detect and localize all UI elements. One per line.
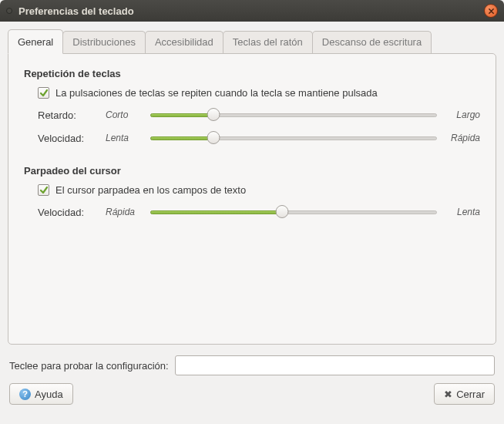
repeat-delay-row: Retardo: Corto Largo — [38, 108, 480, 122]
tab-bar: General Distribuciones Accesibilidad Tec… — [8, 29, 496, 53]
repeat-delay-label: Retardo: — [38, 109, 99, 121]
cursor-speed-max: Lenta — [443, 207, 480, 217]
repeat-checkbox-label: La pulsaciones de teclas se repiten cuan… — [55, 87, 378, 99]
repeat-speed-slider[interactable] — [150, 131, 437, 145]
test-input-label: Teclee para probar la configuración: — [9, 360, 169, 372]
cursor-speed-label: Velocidad: — [38, 207, 99, 218]
repeat-enabled-checkbox[interactable] — [38, 87, 49, 99]
window-title: Preferencias del teclado — [18, 5, 134, 17]
app-menu-icon — [6, 8, 12, 14]
repeat-checkbox-row: La pulsaciones de teclas se repiten cuan… — [38, 87, 480, 99]
repeat-delay-min: Corto — [106, 109, 144, 120]
tab-distribuciones[interactable]: Distribuciones — [62, 31, 146, 53]
cursor-checkbox-row: El cursor parpadea en los campos de text… — [38, 184, 480, 196]
tab-descanso-escritura[interactable]: Descanso de escritura — [312, 31, 432, 53]
tab-accesibilidad[interactable]: Accesibilidad — [145, 31, 223, 53]
repeat-delay-slider[interactable] — [150, 108, 437, 122]
dialog-button-row: ? Ayuda ✖ Cerrar — [9, 383, 495, 405]
help-button[interactable]: ? Ayuda — [9, 383, 73, 405]
tab-panel-general: Repetición de teclas La pulsaciones de t… — [8, 53, 496, 345]
cursor-speed-slider[interactable] — [150, 205, 437, 219]
cursor-speed-min: Rápida — [106, 207, 144, 217]
tab-general[interactable]: General — [8, 29, 63, 54]
cursor-blink-checkbox[interactable] — [38, 184, 49, 196]
repeat-speed-label: Velocidad: — [38, 133, 99, 144]
check-icon — [39, 186, 49, 195]
cursor-speed-row: Velocidad: Rápida Lenta — [38, 205, 480, 219]
window-close-button[interactable] — [484, 4, 498, 18]
close-button-label: Cerrar — [456, 389, 485, 400]
repeat-delay-max: Largo — [443, 109, 480, 120]
window-body: General Distribuciones Accesibilidad Tec… — [0, 22, 504, 412]
repeat-speed-min: Lenta — [106, 133, 144, 143]
section-title-cursor: Parpadeo del cursor — [24, 165, 480, 177]
close-button[interactable]: ✖ Cerrar — [434, 383, 495, 405]
close-x-icon: ✖ — [444, 389, 452, 400]
tab-teclas-raton[interactable]: Teclas del ratón — [223, 31, 313, 53]
test-input[interactable] — [175, 355, 495, 375]
repeat-speed-row: Velocidad: Lenta Rápida — [38, 131, 480, 145]
close-icon — [488, 8, 495, 15]
titlebar: Preferencias del teclado — [0, 0, 504, 22]
section-title-repeat: Repetición de teclas — [24, 68, 480, 79]
check-icon — [39, 89, 49, 98]
help-icon: ? — [19, 389, 31, 400]
test-input-row: Teclee para probar la configuración: — [9, 355, 495, 375]
help-button-label: Ayuda — [35, 389, 63, 400]
cursor-checkbox-label: El cursor parpadea en los campos de text… — [55, 184, 246, 196]
repeat-speed-max: Rápida — [443, 133, 480, 143]
